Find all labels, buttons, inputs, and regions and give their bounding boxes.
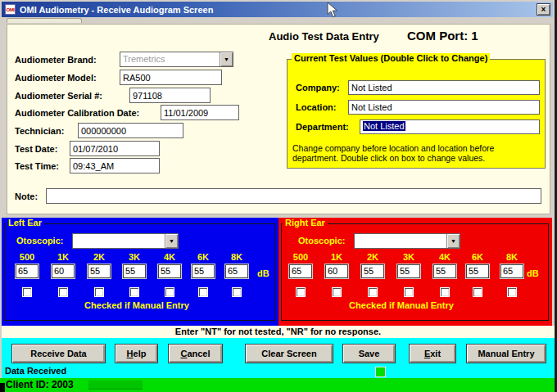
help-button[interactable]: Help xyxy=(115,344,158,363)
right-ear-threshold-input-6k[interactable]: 55 xyxy=(465,264,490,279)
left-manual-entry-checkbox-2k[interactable] xyxy=(94,287,104,297)
department-selected-text: Not Listed xyxy=(363,121,405,131)
exit-button[interactable]: Exit xyxy=(409,344,456,363)
app-window: OMI OMI Audiometry - Receive Audiogram S… xyxy=(0,0,557,392)
left-ear-threshold-input-6k[interactable]: 55 xyxy=(191,264,215,279)
right-freq-label-6k: 6K xyxy=(465,252,490,262)
right-manual-entry-checkbox-2k[interactable] xyxy=(368,287,378,297)
save-button[interactable]: Save xyxy=(342,344,396,363)
audiometer-model-input[interactable] xyxy=(120,70,222,85)
left-ear-title: Left Ear xyxy=(6,218,44,228)
test-date-input[interactable] xyxy=(70,141,160,156)
cancel-button[interactable]: Cancel xyxy=(168,344,223,363)
right-otoscopic-value xyxy=(355,234,446,248)
company-label: Company: xyxy=(296,83,340,92)
left-manual-entry-checkbox-4k[interactable] xyxy=(165,287,174,297)
current-test-values-title: Current Test Values (Double Click to Cha… xyxy=(292,53,490,63)
window-title: OMI Audiometry - Receive Audiogram Scree… xyxy=(20,5,213,15)
right-freq-label-4k: 4K xyxy=(432,252,457,262)
change-order-hint: Change company before location and locat… xyxy=(292,143,538,163)
left-ear-threshold-input-1k[interactable]: 60 xyxy=(51,264,75,279)
close-button[interactable]: × xyxy=(537,3,550,16)
calibration-date-input[interactable] xyxy=(161,105,239,120)
left-db-label: dB xyxy=(257,268,269,278)
window-bottom-left-edge xyxy=(0,383,5,392)
right-manual-entry-checkbox-8k[interactable] xyxy=(507,287,517,297)
left-freq-label-500: 500 xyxy=(15,252,39,262)
left-manual-entry-checkbox-500[interactable] xyxy=(22,287,32,297)
background-window-fragment xyxy=(7,18,82,23)
left-ear-threshold-input-8k[interactable]: 65 xyxy=(224,264,249,279)
audiometer-serial-label: Audiometer Serial #: xyxy=(15,91,102,101)
left-otoscopic-select[interactable]: ▼ xyxy=(72,233,179,249)
left-ear-threshold-input-3k[interactable]: 55 xyxy=(122,264,147,279)
data-received-label: Data Received xyxy=(5,366,66,376)
right-manual-entry-checkbox-3k[interactable] xyxy=(404,287,414,297)
left-manual-entry-checkbox-8k[interactable] xyxy=(232,287,242,297)
left-ear-threshold-input-4k[interactable]: 55 xyxy=(157,264,182,279)
left-manual-entry-checkbox-1k[interactable] xyxy=(58,287,68,297)
right-ear-threshold-input-3k[interactable]: 55 xyxy=(396,264,421,279)
note-input[interactable] xyxy=(46,188,541,204)
audiometer-model-label: Audiometer Model: xyxy=(15,73,97,83)
left-manual-entry-checkbox-3k[interactable] xyxy=(129,287,139,297)
com-port-label: COM Port: 1 xyxy=(407,29,478,43)
status-bar: Client ID: 2003 xyxy=(0,378,555,392)
chevron-down-icon: ▼ xyxy=(446,234,460,248)
company-input[interactable] xyxy=(348,80,540,95)
technician-input[interactable] xyxy=(78,123,183,138)
right-ear-title: Right Ear xyxy=(283,218,328,228)
right-ear-threshold-input-8k[interactable]: 65 xyxy=(500,264,524,279)
title-bar: OMI OMI Audiometry - Receive Audiogram S… xyxy=(2,2,553,17)
location-label: Location: xyxy=(296,102,337,112)
receive-data-button[interactable]: Receive Data xyxy=(11,344,106,363)
department-label: Department: xyxy=(296,122,349,132)
right-otoscopic-select[interactable]: ▼ xyxy=(354,233,460,249)
right-ear-panel: Right Ear Otoscopic: ▼ 500 1K 2K 3K 4K 6… xyxy=(278,218,552,326)
app-icon: OMI xyxy=(5,4,16,15)
calibration-date-label: Audiometer Calibration Date: xyxy=(15,108,139,118)
data-received-indicator xyxy=(375,367,386,377)
location-input[interactable] xyxy=(348,100,540,115)
close-icon: × xyxy=(541,5,546,14)
audiometer-serial-input[interactable] xyxy=(129,88,211,103)
left-otoscopic-value xyxy=(73,234,165,248)
audiometer-brand-value: Tremetrics xyxy=(120,52,220,66)
left-ear-threshold-input-2k[interactable]: 55 xyxy=(87,264,111,279)
left-manual-entry-caption: Checked if Manual Entry xyxy=(47,300,227,310)
page-title: Audio Test Data Entry xyxy=(269,30,379,43)
right-ear-threshold-input-2k[interactable]: 55 xyxy=(360,264,385,279)
client-name-redaction xyxy=(88,381,143,390)
right-freq-label-3k: 3K xyxy=(396,252,421,262)
clear-screen-button[interactable]: Clear Screen xyxy=(245,344,333,363)
right-freq-label-2k: 2K xyxy=(360,252,385,262)
audiometer-brand-select[interactable]: Tremetrics ▼ xyxy=(120,52,233,67)
test-date-label: Test Date: xyxy=(15,144,57,154)
manual-entry-button[interactable]: Manual Entry xyxy=(466,344,546,363)
right-manual-entry-checkbox-6k[interactable] xyxy=(473,287,482,297)
left-freq-label-8k: 8K xyxy=(224,252,249,262)
test-time-input[interactable] xyxy=(70,158,160,173)
footer-bar: Receive Data Help Cancel Clear Screen Sa… xyxy=(2,338,555,378)
left-freq-label-6k: 6K xyxy=(191,252,215,262)
right-manual-entry-checkbox-1k[interactable] xyxy=(332,287,342,297)
right-manual-entry-checkbox-500[interactable] xyxy=(296,287,306,297)
right-ear-threshold-input-4k[interactable]: 55 xyxy=(432,264,457,279)
right-ear-threshold-input-500[interactable]: 65 xyxy=(288,264,313,279)
left-freq-label-3k: 3K xyxy=(122,252,147,262)
right-ear-threshold-input-1k[interactable]: 60 xyxy=(324,264,349,279)
current-test-values-group: Current Test Values (Double Click to Cha… xyxy=(287,59,546,169)
right-otoscopic-label: Otoscopic: xyxy=(298,236,345,246)
left-ear-threshold-input-500[interactable]: 65 xyxy=(15,264,39,279)
right-freq-label-500: 500 xyxy=(288,252,313,262)
left-manual-entry-checkbox-6k[interactable] xyxy=(198,287,208,297)
mouse-cursor-icon xyxy=(327,2,338,22)
department-input[interactable]: Not Listed xyxy=(360,119,540,134)
left-otoscopic-label: Otoscopic: xyxy=(16,236,63,246)
chevron-down-icon: ▼ xyxy=(220,52,233,66)
right-manual-entry-checkbox-4k[interactable] xyxy=(440,287,450,297)
left-freq-label-1k: 1K xyxy=(51,252,75,262)
client-id-label: Client ID: 2003 xyxy=(6,379,74,390)
left-freq-label-4k: 4K xyxy=(157,252,182,262)
right-freq-label-1k: 1K xyxy=(324,252,349,262)
